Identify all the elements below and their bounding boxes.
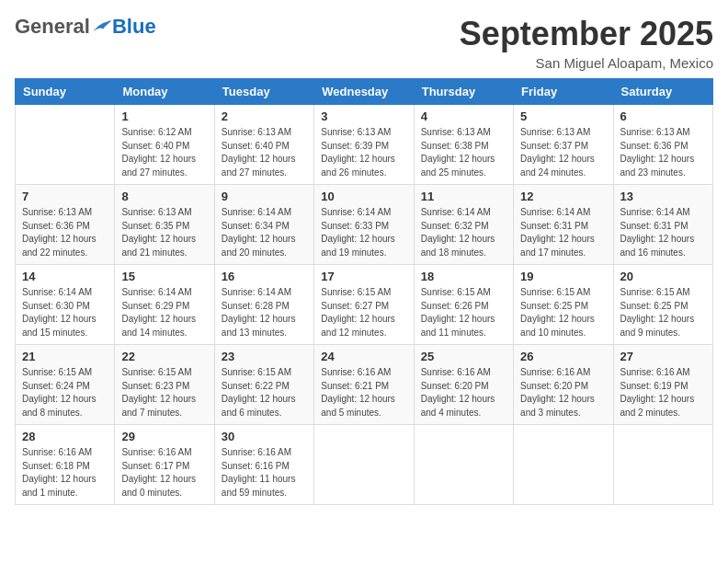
day-info: Sunrise: 6:16 AM Sunset: 6:18 PM Dayligh… — [22, 446, 108, 500]
weekday-header-friday: Friday — [514, 79, 613, 105]
day-number: 20 — [620, 270, 706, 283]
day-info: Sunrise: 6:14 AM Sunset: 6:32 PM Dayligh… — [421, 206, 506, 259]
day-number: 6 — [620, 109, 706, 123]
day-number: 19 — [520, 270, 606, 283]
logo-blue-text: Blue — [112, 15, 156, 39]
day-info: Sunrise: 6:15 AM Sunset: 6:22 PM Dayligh… — [222, 366, 307, 419]
day-cell — [16, 105, 115, 185]
day-info: Sunrise: 6:15 AM Sunset: 6:27 PM Dayligh… — [321, 286, 406, 339]
day-info: Sunrise: 6:16 AM Sunset: 6:16 PM Dayligh… — [222, 446, 307, 500]
day-cell: 30Sunrise: 6:16 AM Sunset: 6:16 PM Dayli… — [214, 425, 313, 505]
day-number: 23 — [222, 350, 307, 363]
day-number: 30 — [222, 430, 307, 443]
month-title: September 2025 — [460, 15, 713, 53]
day-info: Sunrise: 6:13 AM Sunset: 6:36 PM Dayligh… — [22, 206, 108, 259]
weekday-header-tuesday: Tuesday — [214, 79, 313, 105]
day-number: 12 — [520, 190, 606, 203]
day-number: 15 — [121, 270, 207, 283]
day-info: Sunrise: 6:15 AM Sunset: 6:24 PM Dayligh… — [22, 366, 108, 419]
day-cell — [514, 425, 613, 505]
day-number: 9 — [222, 190, 307, 203]
day-cell: 1Sunrise: 6:12 AM Sunset: 6:40 PM Daylig… — [115, 105, 214, 185]
day-cell: 10Sunrise: 6:14 AM Sunset: 6:33 PM Dayli… — [314, 185, 414, 265]
day-cell: 27Sunrise: 6:16 AM Sunset: 6:19 PM Dayli… — [613, 345, 712, 425]
day-cell: 29Sunrise: 6:16 AM Sunset: 6:17 PM Dayli… — [115, 425, 214, 505]
day-cell: 28Sunrise: 6:16 AM Sunset: 6:18 PM Dayli… — [16, 425, 115, 505]
day-number: 22 — [121, 350, 207, 363]
calendar-table: SundayMondayTuesdayWednesdayThursdayFrid… — [15, 78, 713, 505]
day-number: 26 — [520, 350, 606, 363]
day-cell: 23Sunrise: 6:15 AM Sunset: 6:22 PM Dayli… — [214, 345, 313, 425]
day-number: 14 — [22, 270, 108, 283]
logo: General Blue — [15, 15, 156, 39]
day-number: 17 — [321, 270, 406, 283]
week-row-1: 7Sunrise: 6:13 AM Sunset: 6:36 PM Daylig… — [16, 185, 713, 265]
day-cell: 21Sunrise: 6:15 AM Sunset: 6:24 PM Dayli… — [16, 345, 115, 425]
day-cell: 8Sunrise: 6:13 AM Sunset: 6:35 PM Daylig… — [115, 185, 214, 265]
day-info: Sunrise: 6:15 AM Sunset: 6:26 PM Dayligh… — [421, 286, 506, 339]
day-info: Sunrise: 6:13 AM Sunset: 6:39 PM Dayligh… — [321, 126, 406, 179]
weekday-header-monday: Monday — [115, 79, 214, 105]
day-info: Sunrise: 6:12 AM Sunset: 6:40 PM Dayligh… — [121, 126, 207, 179]
day-number: 27 — [620, 350, 706, 363]
day-number: 13 — [620, 190, 706, 203]
day-number: 10 — [321, 190, 406, 203]
day-cell: 14Sunrise: 6:14 AM Sunset: 6:30 PM Dayli… — [16, 265, 115, 345]
day-cell: 26Sunrise: 6:16 AM Sunset: 6:20 PM Dayli… — [514, 345, 613, 425]
week-row-2: 14Sunrise: 6:14 AM Sunset: 6:30 PM Dayli… — [16, 265, 713, 345]
title-block: September 2025 San Miguel Aloapam, Mexic… — [460, 15, 713, 71]
day-info: Sunrise: 6:16 AM Sunset: 6:21 PM Dayligh… — [321, 366, 406, 419]
weekday-header-row: SundayMondayTuesdayWednesdayThursdayFrid… — [16, 79, 713, 105]
day-number: 5 — [520, 109, 606, 123]
day-cell: 25Sunrise: 6:16 AM Sunset: 6:20 PM Dayli… — [414, 345, 513, 425]
week-row-0: 1Sunrise: 6:12 AM Sunset: 6:40 PM Daylig… — [16, 105, 713, 185]
day-info: Sunrise: 6:15 AM Sunset: 6:25 PM Dayligh… — [520, 286, 606, 339]
day-cell — [613, 425, 712, 505]
day-info: Sunrise: 6:13 AM Sunset: 6:40 PM Dayligh… — [222, 126, 307, 179]
day-cell: 16Sunrise: 6:14 AM Sunset: 6:28 PM Dayli… — [214, 265, 313, 345]
day-number: 18 — [421, 270, 506, 283]
day-cell — [314, 425, 414, 505]
day-cell: 5Sunrise: 6:13 AM Sunset: 6:37 PM Daylig… — [514, 105, 613, 185]
day-info: Sunrise: 6:14 AM Sunset: 6:33 PM Dayligh… — [321, 206, 406, 259]
day-number: 7 — [22, 190, 108, 203]
day-cell: 20Sunrise: 6:15 AM Sunset: 6:25 PM Dayli… — [613, 265, 712, 345]
day-number: 11 — [421, 190, 506, 203]
weekday-header-wednesday: Wednesday — [314, 79, 414, 105]
day-cell: 12Sunrise: 6:14 AM Sunset: 6:31 PM Dayli… — [514, 185, 613, 265]
location-text: San Miguel Aloapam, Mexico — [460, 55, 713, 71]
day-info: Sunrise: 6:13 AM Sunset: 6:35 PM Dayligh… — [121, 206, 207, 259]
day-cell: 3Sunrise: 6:13 AM Sunset: 6:39 PM Daylig… — [314, 105, 414, 185]
day-cell: 7Sunrise: 6:13 AM Sunset: 6:36 PM Daylig… — [16, 185, 115, 265]
day-info: Sunrise: 6:14 AM Sunset: 6:31 PM Dayligh… — [620, 206, 706, 259]
week-row-4: 28Sunrise: 6:16 AM Sunset: 6:18 PM Dayli… — [16, 425, 713, 505]
day-number: 24 — [321, 350, 406, 363]
day-info: Sunrise: 6:14 AM Sunset: 6:29 PM Dayligh… — [121, 286, 207, 339]
day-cell: 13Sunrise: 6:14 AM Sunset: 6:31 PM Dayli… — [613, 185, 712, 265]
weekday-header-sunday: Sunday — [16, 79, 115, 105]
day-info: Sunrise: 6:15 AM Sunset: 6:23 PM Dayligh… — [121, 366, 207, 419]
day-cell: 22Sunrise: 6:15 AM Sunset: 6:23 PM Dayli… — [115, 345, 214, 425]
week-row-3: 21Sunrise: 6:15 AM Sunset: 6:24 PM Dayli… — [16, 345, 713, 425]
day-cell — [414, 425, 513, 505]
day-cell: 18Sunrise: 6:15 AM Sunset: 6:26 PM Dayli… — [414, 265, 513, 345]
day-number: 29 — [121, 430, 207, 443]
day-cell: 19Sunrise: 6:15 AM Sunset: 6:25 PM Dayli… — [514, 265, 613, 345]
day-cell: 24Sunrise: 6:16 AM Sunset: 6:21 PM Dayli… — [314, 345, 414, 425]
day-number: 2 — [222, 109, 307, 123]
day-info: Sunrise: 6:14 AM Sunset: 6:34 PM Dayligh… — [222, 206, 307, 259]
day-info: Sunrise: 6:13 AM Sunset: 6:36 PM Dayligh… — [620, 126, 706, 179]
day-cell: 6Sunrise: 6:13 AM Sunset: 6:36 PM Daylig… — [613, 105, 712, 185]
page-header: General Blue September 2025 San Miguel A… — [15, 15, 713, 71]
day-cell: 15Sunrise: 6:14 AM Sunset: 6:29 PM Dayli… — [115, 265, 214, 345]
day-info: Sunrise: 6:16 AM Sunset: 6:20 PM Dayligh… — [520, 366, 606, 419]
day-info: Sunrise: 6:13 AM Sunset: 6:37 PM Dayligh… — [520, 126, 606, 179]
day-number: 28 — [22, 430, 108, 443]
day-number: 21 — [22, 350, 108, 363]
logo-general-text: General — [15, 15, 90, 39]
day-info: Sunrise: 6:13 AM Sunset: 6:38 PM Dayligh… — [421, 126, 506, 179]
day-info: Sunrise: 6:14 AM Sunset: 6:28 PM Dayligh… — [222, 286, 307, 339]
weekday-header-saturday: Saturday — [613, 79, 712, 105]
day-info: Sunrise: 6:15 AM Sunset: 6:25 PM Dayligh… — [620, 286, 706, 339]
day-number: 16 — [222, 270, 307, 283]
